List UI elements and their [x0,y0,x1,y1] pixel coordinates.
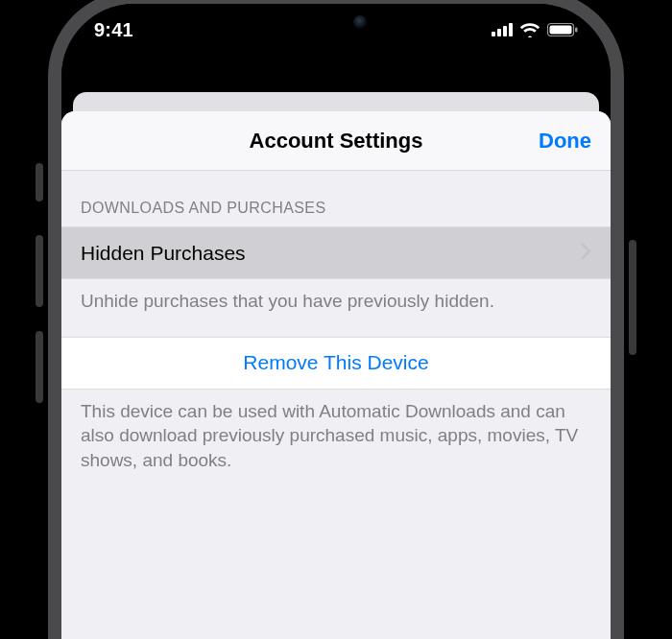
status-time: 9:41 [94,19,133,41]
hidden-purchases-row[interactable]: Hidden Purchases [61,226,611,279]
battery-icon [547,23,578,36]
phone-power-button [629,240,636,355]
phone-volume-up-button [36,235,43,307]
svg-rect-0 [492,32,495,36]
svg-rect-3 [509,23,513,36]
remove-device-footer: This device can be used with Automatic D… [61,390,611,496]
page-title: Account Settings [250,129,423,154]
done-button[interactable]: Done [539,129,591,154]
chevron-right-icon [581,242,591,265]
screen: 9:41 [61,4,611,639]
remove-this-device-button[interactable]: Remove This Device [61,337,611,390]
account-settings-sheet: Account Settings Done DOWNLOADS AND PURC… [61,111,611,639]
status-icons [492,22,578,37]
phone-silence-switch [36,163,43,201]
svg-rect-5 [550,26,572,35]
hidden-purchases-footer: Unhide purchases that you have previousl… [61,279,611,337]
svg-rect-2 [503,26,507,36]
nav-bar: Account Settings Done [61,111,611,171]
cellular-signal-icon [492,23,513,36]
wifi-icon [519,22,540,37]
phone-volume-down-button [36,331,43,403]
section-header-downloads: DOWNLOADS AND PURCHASES [61,171,611,226]
hidden-purchases-label: Hidden Purchases [81,242,246,265]
remove-this-device-label: Remove This Device [243,351,428,374]
front-camera-icon [353,15,367,29]
phone-frame: 9:41 [48,0,624,639]
notch [235,4,437,40]
svg-rect-1 [497,29,501,36]
svg-rect-6 [575,28,578,33]
